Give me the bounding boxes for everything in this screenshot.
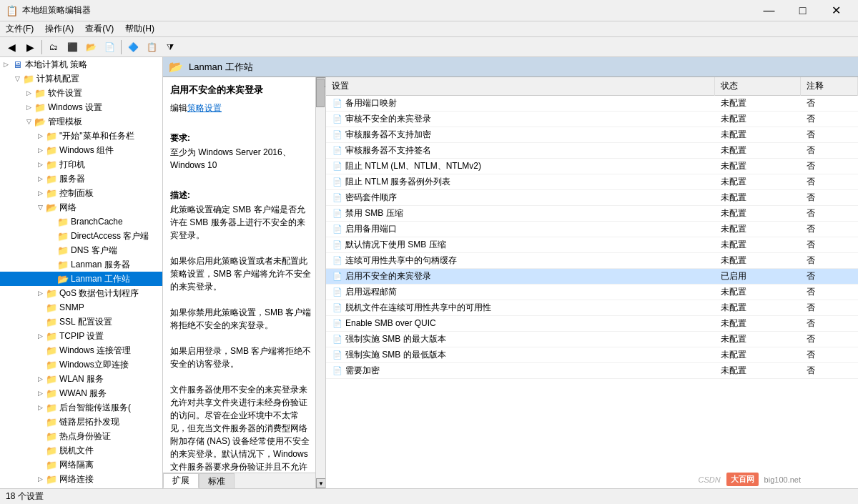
expand-icon: ▽	[11, 73, 23, 84]
setting-name-cell: 📄审核不安全的来宾登录	[326, 112, 715, 127]
table-row[interactable]: 📄启用备用端口未配置否	[326, 222, 858, 237]
tree-bits[interactable]: ▷ 📁 后台智能传送服务(	[0, 400, 162, 415]
close-button[interactable]: ✕	[820, 1, 852, 21]
scroll-thumb[interactable]	[316, 79, 325, 107]
tree-lanman-workstation[interactable]: 📂 Lanman 工作站	[0, 272, 162, 286]
tree-control-panel[interactable]: ▷ 📁 控制面板	[0, 186, 162, 200]
table-row[interactable]: 📄密码套件顺序未配置否	[326, 190, 858, 206]
menu-file[interactable]: 文件(F)	[0, 21, 39, 36]
tree-snmp[interactable]: 📁 SNMP	[0, 300, 162, 315]
tree-hotspot[interactable]: 📁 热点身份验证	[0, 429, 162, 443]
tree-net-isolation[interactable]: 📁 网络隔离	[0, 458, 162, 472]
app-title: 本地组策略编辑器	[22, 4, 91, 16]
setting-name-cell: 📄强制实施 SMB 的最大版本	[326, 332, 715, 347]
tab-standard[interactable]: 标准	[199, 473, 235, 488]
tree-directaccess[interactable]: 📁 DirectAccess 客户端	[0, 229, 162, 243]
minimize-button[interactable]: —	[753, 1, 785, 21]
table-row[interactable]: 📄强制实施 SMB 的最大版本未配置否	[326, 332, 858, 347]
root-expand-icon: ▷	[0, 59, 11, 70]
table-row[interactable]: 📄启用不安全的来宾登录已启用否	[326, 269, 858, 285]
expand-icon: ▷	[34, 287, 46, 299]
description-content: 启用不安全的来宾登录 编辑策略设置 要求: 至少为 Windows Server…	[163, 77, 325, 473]
tree-label: Windows 组件	[59, 144, 114, 157]
tree-wlan[interactable]: ▷ 📁 WLAN 服务	[0, 372, 162, 386]
tree-tcpip[interactable]: ▷ 📁 TCPIP 设置	[0, 329, 162, 343]
maximize-button[interactable]: □	[786, 1, 819, 21]
col-status[interactable]: 状态	[715, 77, 801, 96]
forward-button[interactable]: ▶	[21, 39, 39, 55]
status-cell: 未配置	[715, 206, 801, 222]
tree-offline[interactable]: 📁 脱机文件	[0, 443, 162, 458]
tab-bar: 扩展 标准	[163, 473, 325, 488]
table-row[interactable]: 📄备用端口映射未配置否	[326, 96, 858, 112]
table-row[interactable]: 📄阻止 NTLM (LM、NTLM、NTLMv2)未配置否	[326, 159, 858, 174]
table-row[interactable]: 📄脱机文件在连续可用性共享中的可用性未配置否	[326, 300, 858, 316]
setting-name-cell: 📄禁用 SMB 压缩	[326, 206, 715, 222]
toolbar-btn-5[interactable]: 🔷	[124, 39, 142, 55]
tree-net-conn-status[interactable]: 📁 网络连接状态指示器	[0, 486, 162, 488]
tree-printer[interactable]: ▷ 📁 打印机	[0, 157, 162, 172]
folder-icon: 📁	[57, 260, 69, 270]
tree-label: Lanman 工作站	[71, 273, 130, 285]
tree-label: Windows 设置	[48, 102, 102, 114]
table-row[interactable]: 📄审核不安全的来宾登录未配置否	[326, 112, 858, 127]
folder-icon-selected: 📂	[57, 274, 69, 284]
expand-icon	[34, 302, 46, 313]
col-setting[interactable]: 设置	[326, 77, 715, 96]
table-row[interactable]: 📄连续可用性共享中的句柄缓存未配置否	[326, 253, 858, 269]
tab-extended[interactable]: 扩展	[163, 473, 199, 488]
tree-start-menu[interactable]: ▷ 📁 "开始"菜单和任务栏	[0, 129, 162, 143]
tree-windows-settings[interactable]: ▷ 📁 Windows 设置	[0, 100, 162, 114]
back-button[interactable]: ◀	[3, 39, 20, 55]
tree-dns[interactable]: 📁 DNS 客户端	[0, 243, 162, 257]
row-icon: 📄	[332, 302, 343, 314]
table-row[interactable]: 📄默认情况下使用 SMB 压缩未配置否	[326, 237, 858, 253]
policy-settings-link[interactable]: 策略设置	[187, 103, 222, 113]
table-row[interactable]: 📄禁用 SMB 压缩未配置否	[326, 206, 858, 222]
tree-server[interactable]: ▷ 📁 服务器	[0, 172, 162, 186]
toolbar-btn-3[interactable]: 📂	[82, 39, 99, 55]
table-row[interactable]: 📄启用远程邮简未配置否	[326, 285, 858, 300]
menu-action[interactable]: 操作(A)	[39, 21, 79, 36]
menu-help[interactable]: 帮助(H)	[119, 21, 160, 36]
table-row[interactable]: 📄审核服务器不支持加密未配置否	[326, 127, 858, 143]
tree-linklayer[interactable]: 📁 链路层拓扑发现	[0, 415, 162, 429]
tree-lanman-server[interactable]: 📁 Lanman 服务器	[0, 257, 162, 272]
tree-ssl[interactable]: 📁 SSL 配置设置	[0, 315, 162, 329]
filter-button[interactable]: ⧩	[162, 39, 179, 55]
tree-network[interactable]: ▽ 📂 网络	[0, 200, 162, 214]
tree-windows-components[interactable]: ▷ 📁 Windows 组件	[0, 143, 162, 157]
folder-icon: 📁	[46, 145, 57, 155]
main-layout: ▷ 🖥 本地计算机 策略 ▽ 📁 计算机配置 ▷ 📁 软件设置 ▷ 📁 Wind…	[0, 57, 858, 488]
tree-root[interactable]: ▷ 🖥 本地计算机 策略	[0, 57, 162, 71]
expand-icon	[46, 230, 57, 242]
table-row[interactable]: 📄阻止 NTLM 服务器例外列表未配置否	[326, 174, 858, 190]
tree-wwan[interactable]: ▷ 📁 WWAN 服务	[0, 386, 162, 400]
note-cell: 否	[801, 300, 858, 316]
table-row[interactable]: 📄强制实施 SMB 的最低版本未配置否	[326, 347, 858, 363]
table-row[interactable]: 📄审核服务器不支持签名未配置否	[326, 143, 858, 159]
tree-label: 控制面板	[59, 187, 94, 199]
tree-admin-templates[interactable]: ▽ 📂 管理模板	[0, 114, 162, 129]
col-note[interactable]: 注释	[801, 77, 858, 96]
table-row[interactable]: 📄需要加密未配置否	[326, 363, 858, 379]
toolbar-btn-2[interactable]: ⬛	[64, 39, 81, 55]
toolbar-btn-4[interactable]: 📄	[101, 39, 118, 55]
status-cell: 未配置	[715, 190, 801, 206]
menu-view[interactable]: 查看(V)	[79, 21, 119, 36]
row-icon: 📄	[332, 177, 343, 188]
tree-branchcache[interactable]: 📁 BranchCache	[0, 214, 162, 229]
tree-qos[interactable]: ▷ 📁 QoS 数据包计划程序	[0, 286, 162, 300]
toolbar-btn-6[interactable]: 📋	[143, 39, 160, 55]
tree-computer-config[interactable]: ▽ 📁 计算机配置	[0, 71, 162, 86]
table-row[interactable]: 📄Enable SMB over QUIC未配置否	[326, 316, 858, 332]
tree-label: 管理模板	[48, 116, 82, 128]
tree-instant-connect[interactable]: 📁 Windows立即连接	[0, 357, 162, 372]
expand-icon: ▷	[34, 387, 46, 399]
tree-win-conn-mgmt[interactable]: 📁 Windows 连接管理	[0, 343, 162, 357]
show-hide-tree-button[interactable]: 🗂	[45, 39, 62, 55]
scroll-down-arrow[interactable]: ▼	[316, 478, 326, 488]
tree-net-conn[interactable]: ▷ 📁 网络连接	[0, 472, 162, 486]
description-scrollbar[interactable]: ▲ ▼	[315, 77, 325, 488]
tree-software[interactable]: ▷ 📁 软件设置	[0, 86, 162, 100]
